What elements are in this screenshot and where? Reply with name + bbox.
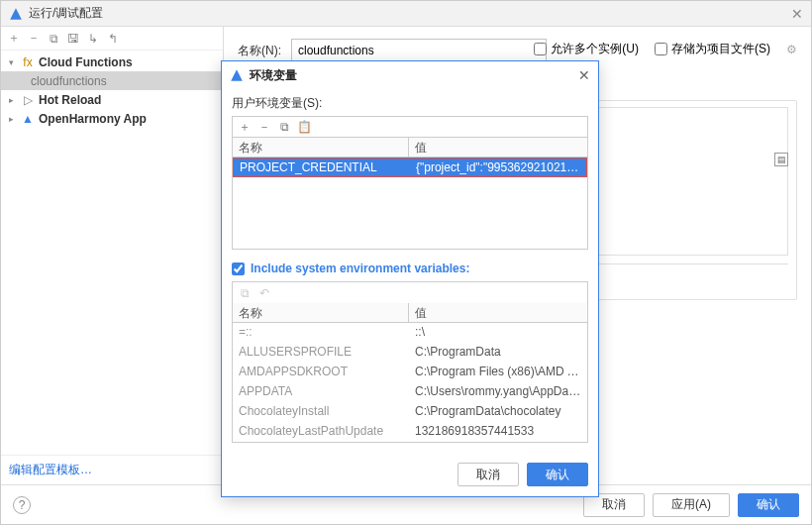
dialog-body: 用户环境变量(S): ＋ － ⧉ 📋 名称 值 PROJECT_CREDENTI… bbox=[222, 89, 598, 453]
app-triangle-icon: ▲ bbox=[21, 112, 35, 126]
sidebar-toolbar: ＋ － ⧉ 🖫 ↳ ↰ bbox=[1, 27, 223, 51]
dialog-ok-button[interactable]: 确认 bbox=[527, 463, 588, 486]
sys-vars-toolbar: ⧉ ↶ bbox=[232, 281, 588, 303]
remove-var-icon[interactable]: － bbox=[256, 119, 272, 136]
allow-multi-checkbox[interactable]: 允许多个实例(U) bbox=[534, 41, 639, 57]
ok-button[interactable]: 确认 bbox=[738, 493, 799, 517]
table-row[interactable]: PROJECT_CREDENTIAL {"project_id":"995362… bbox=[233, 158, 587, 177]
add-var-icon[interactable]: ＋ bbox=[237, 119, 253, 136]
dialog-close-icon[interactable]: ✕ bbox=[578, 67, 590, 83]
name-label: 名称(N): bbox=[238, 43, 281, 59]
copy-icon[interactable]: ⧉ bbox=[45, 30, 62, 48]
sys-vars-body: =::::\ ALLUSERSPROFILEC:\ProgramData AMD… bbox=[233, 323, 587, 442]
user-vars-table: 名称 值 PROJECT_CREDENTIAL {"project_id":"9… bbox=[232, 138, 588, 250]
save-icon[interactable]: 🖫 bbox=[64, 30, 82, 48]
sys-col-value: 值 bbox=[409, 303, 587, 322]
chevron-down-icon: ▾ bbox=[9, 57, 21, 67]
expand-icon[interactable]: ↳ bbox=[84, 30, 102, 48]
table-row[interactable]: =::::\ bbox=[233, 323, 587, 343]
paste-var-icon[interactable]: 📋 bbox=[296, 120, 312, 134]
env-vars-dialog: 环境变量 ✕ 用户环境变量(S): ＋ － ⧉ 📋 名称 值 PROJECT_C… bbox=[221, 60, 599, 497]
tree-item-cloud-functions[interactable]: ▾ fx Cloud Functions bbox=[1, 52, 223, 71]
chevron-right-icon: ▸ bbox=[9, 114, 21, 124]
table-row[interactable]: ALLUSERSPROFILEC:\ProgramData bbox=[233, 343, 587, 363]
sys-col-name: 名称 bbox=[233, 303, 409, 322]
window-close-icon[interactable]: ✕ bbox=[791, 6, 803, 22]
edit-templates-link[interactable]: 编辑配置模板… bbox=[9, 463, 92, 476]
gear-icon[interactable]: ⚙ bbox=[786, 43, 797, 56]
help-icon[interactable]: ? bbox=[13, 496, 31, 514]
config-tree: ▾ fx Cloud Functions cloudfunctions ▸ ▷ … bbox=[1, 51, 223, 455]
col-value: 值 bbox=[409, 138, 587, 157]
user-vars-body: PROJECT_CREDENTIAL {"project_id":"995362… bbox=[233, 158, 587, 249]
include-sys-label: Include system environment variables: bbox=[251, 262, 469, 275]
add-icon[interactable]: ＋ bbox=[5, 30, 23, 48]
col-name: 名称 bbox=[233, 138, 409, 157]
dialog-footer: 取消 确认 bbox=[222, 453, 598, 496]
sys-vars-table: 名称 值 =::::\ ALLUSERSPROFILEC:\ProgramDat… bbox=[232, 303, 588, 443]
tree-item-cloudfunctions-instance[interactable]: cloudfunctions bbox=[1, 71, 223, 90]
apply-button[interactable]: 应用(A) bbox=[653, 493, 730, 517]
revert-sys-icon[interactable]: ↶ bbox=[256, 286, 272, 300]
play-icon: ▷ bbox=[21, 93, 35, 107]
user-vars-toolbar: ＋ － ⧉ 📋 bbox=[232, 116, 588, 138]
copy-sys-icon[interactable]: ⧉ bbox=[237, 286, 253, 300]
save-project-checkbox[interactable]: 存储为项目文件(S) bbox=[655, 41, 770, 57]
copy-var-icon[interactable]: ⧉ bbox=[276, 120, 292, 134]
name-input[interactable] bbox=[291, 39, 547, 62]
table-row[interactable]: AMDAPPSDKROOTC:\Program Files (x86)\AMD … bbox=[233, 363, 587, 382]
dialog-cancel-button[interactable]: 取消 bbox=[457, 463, 519, 486]
sidebar-footer: 编辑配置模板… bbox=[1, 455, 223, 484]
tree-item-hot-reload[interactable]: ▸ ▷ Hot Reload bbox=[1, 90, 223, 109]
table-header: 名称 值 bbox=[233, 138, 587, 158]
window-title: 运行/调试配置 bbox=[29, 5, 791, 22]
expand-box-icon[interactable]: ▤ bbox=[774, 153, 788, 166]
button-row: 取消 应用(A) 确认 bbox=[583, 493, 799, 517]
app-icon bbox=[9, 7, 23, 21]
remove-icon[interactable]: － bbox=[25, 30, 43, 48]
checkbox-row: 允许多个实例(U) 存储为项目文件(S) ⚙ bbox=[534, 41, 797, 57]
sys-table-header: 名称 值 bbox=[233, 303, 587, 323]
user-vars-label: 用户环境变量(S): bbox=[232, 95, 588, 112]
titlebar: 运行/调试配置 ✕ bbox=[1, 1, 811, 27]
fx-icon: fx bbox=[21, 55, 35, 69]
table-row[interactable]: ChocolateyLastPathUpdate1321869183574415… bbox=[233, 422, 587, 442]
sidebar: ＋ － ⧉ 🖫 ↳ ↰ ▾ fx Cloud Functions cloudfu… bbox=[1, 27, 224, 484]
dialog-titlebar: 环境变量 ✕ bbox=[222, 61, 598, 89]
dialog-app-icon bbox=[230, 68, 244, 82]
include-sys-checkbox[interactable] bbox=[232, 262, 245, 275]
chevron-right-icon: ▸ bbox=[9, 95, 21, 105]
include-sys-row: Include system environment variables: bbox=[232, 262, 588, 275]
dialog-title: 环境变量 bbox=[250, 67, 578, 84]
table-row[interactable]: ChocolateyInstallC:\ProgramData\chocolat… bbox=[233, 402, 587, 422]
table-row[interactable]: APPDATAC:\Users\rommy.yang\AppData\Ro... bbox=[233, 382, 587, 402]
tree-item-openharmony[interactable]: ▸ ▲ OpenHarmony App bbox=[1, 109, 223, 128]
collapse-icon[interactable]: ↰ bbox=[104, 30, 122, 48]
